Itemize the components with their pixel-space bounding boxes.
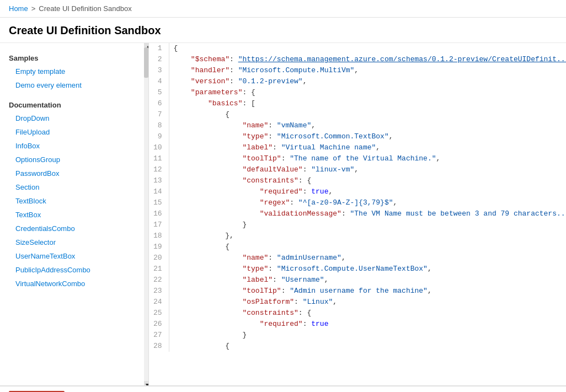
code-line-2: 2 "$schema": "https://schema.management.… [149, 54, 566, 65]
line-number: 25 [149, 308, 169, 319]
line-number: 23 [149, 286, 169, 297]
line-number: 18 [149, 230, 169, 241]
sidebar-item-infobox[interactable]: InfoBox [0, 139, 148, 153]
code-line-6: 6 "basics": [ [149, 98, 566, 109]
sidebar-item-sizeselector[interactable]: SizeSelector [0, 235, 148, 249]
sidebar-item-empty-template[interactable]: Empty template [0, 65, 148, 78]
line-content: "name": "adminUsername", [169, 253, 566, 264]
code-line-15: 15 "regex": "^[a-z0-9A-Z-]{3,79}$", [149, 197, 566, 208]
code-line-5: 5 "parameters": { [149, 87, 566, 98]
code-line-20: 20 "name": "adminUsername", [149, 253, 566, 264]
line-number: 1 [149, 43, 169, 54]
line-number: 24 [149, 297, 169, 308]
main-layout: Samples Empty template Demo every elemen… [0, 43, 566, 385]
code-line-13: 13 "constraints": { [149, 175, 566, 186]
line-number: 26 [149, 319, 169, 330]
code-line-8: 8 "name": "vmName", [149, 120, 566, 131]
sidebar-item-passwordbox[interactable]: PasswordBox [0, 167, 148, 180]
code-editor[interactable]: 1{2 "$schema": "https://schema.managemen… [149, 43, 566, 385]
sidebar-item-textbox[interactable]: TextBox [0, 208, 148, 222]
code-line-11: 11 "toolTip": "The name of the Virtual M… [149, 153, 566, 164]
line-number: 3 [149, 65, 169, 76]
bottom-bar: Preview » [0, 385, 566, 392]
sidebar-item-usernametextbox[interactable]: UserNameTextBox [0, 249, 148, 263]
sidebar-item-publicipaddresscombo[interactable]: PublicIpAddressCombo [0, 263, 148, 277]
line-content: "version": "0.1.2-preview", [169, 76, 566, 87]
line-content: "defaultValue": "linux-vm", [169, 164, 566, 175]
code-line-12: 12 "defaultValue": "linux-vm", [149, 164, 566, 175]
code-line-23: 23 "toolTip": "Admin username for the ma… [149, 286, 566, 297]
breadcrumb: Home > Create UI Definition Sandbox [0, 0, 566, 18]
code-line-16: 16 "validationMessage": "The VM Name mus… [149, 208, 566, 219]
line-number: 22 [149, 275, 169, 286]
code-line-17: 17 } [149, 219, 566, 230]
scrollbar-thumb[interactable] [144, 47, 148, 78]
line-number: 2 [149, 54, 169, 65]
sidebar-item-optionsgroup[interactable]: OptionsGroup [0, 153, 148, 167]
code-line-26: 26 "required": true [149, 319, 566, 330]
code-line-1: 1{ [149, 43, 566, 54]
line-content: "name": "vmName", [169, 120, 566, 131]
line-content: } [169, 219, 566, 230]
line-content: "basics": [ [169, 98, 566, 109]
code-line-4: 4 "version": "0.1.2-preview", [149, 76, 566, 87]
breadcrumb-home[interactable]: Home [9, 4, 28, 13]
line-number: 9 [149, 131, 169, 142]
line-content: "parameters": { [169, 87, 566, 98]
line-number: 16 [149, 208, 169, 219]
line-number: 15 [149, 197, 169, 208]
line-number: 17 [149, 219, 169, 230]
code-line-22: 22 "label": "Username", [149, 275, 566, 286]
code-line-24: 24 "osPlatform": "Linux", [149, 297, 566, 308]
line-content: { [169, 109, 566, 120]
code-line-19: 19 { [149, 241, 566, 253]
line-content: { [169, 241, 566, 253]
code-line-10: 10 "label": "Virtual Machine name", [149, 142, 566, 153]
sidebar-scrollbar[interactable]: ▲ ▼ [144, 43, 148, 385]
line-content: "constraints": { [169, 308, 566, 319]
sidebar-item-fileupload[interactable]: FileUpload [0, 125, 148, 139]
line-content: "toolTip": "Admin username for the machi… [169, 286, 566, 297]
line-number: 10 [149, 142, 169, 153]
line-number: 8 [149, 120, 169, 131]
line-content: "regex": "^[a-z0-9A-Z-]{3,79}$", [169, 197, 566, 208]
sidebar-item-dropdown[interactable]: DropDown [0, 111, 148, 125]
sidebar-item-textblock[interactable]: TextBlock [0, 194, 148, 208]
scrollbar-arrow-up[interactable]: ▲ [144, 43, 148, 47]
line-content: "$schema": "https://schema.management.az… [169, 54, 566, 65]
line-content: "required": true, [169, 186, 566, 197]
sidebar-content: Samples Empty template Demo every elemen… [0, 43, 148, 385]
line-number: 12 [149, 164, 169, 175]
sidebar-item-section[interactable]: Section [0, 180, 148, 194]
code-line-28: 28 { [149, 341, 566, 352]
line-content: "validationMessage": "The VM Name must b… [169, 208, 566, 219]
line-number: 20 [149, 253, 169, 264]
sidebar-docs-header: Documentation [0, 96, 148, 111]
line-number: 6 [149, 98, 169, 109]
line-number: 28 [149, 341, 169, 352]
line-number: 27 [149, 330, 169, 341]
line-number: 11 [149, 153, 169, 164]
sidebar-item-virtualnetworkcombo[interactable]: VirtualNetworkCombo [0, 277, 148, 291]
sidebar-item-credentialscombo[interactable]: CredentialsCombo [0, 222, 148, 235]
line-content: "type": "Microsoft.Common.TextBox", [169, 131, 566, 142]
code-line-9: 9 "type": "Microsoft.Common.TextBox", [149, 131, 566, 142]
line-content: "label": "Username", [169, 275, 566, 286]
line-content: { [169, 341, 566, 352]
sidebar-samples-header: Samples [0, 50, 148, 65]
line-content: "type": "Microsoft.Compute.UserNameTextB… [169, 264, 566, 275]
breadcrumb-current: Create UI Definition Sandbox [39, 4, 131, 13]
line-content: "osPlatform": "Linux", [169, 297, 566, 308]
sidebar-item-demo-every-element[interactable]: Demo every element [0, 78, 148, 92]
scrollbar-arrow-down[interactable]: ▼ [144, 381, 148, 385]
line-number: 7 [149, 109, 169, 120]
line-number: 21 [149, 264, 169, 275]
line-content: "required": true [169, 319, 566, 330]
code-line-21: 21 "type": "Microsoft.Compute.UserNameTe… [149, 264, 566, 275]
code-line-27: 27 } [149, 330, 566, 341]
code-line-14: 14 "required": true, [149, 186, 566, 197]
code-line-18: 18 }, [149, 230, 566, 241]
line-number: 19 [149, 241, 169, 253]
line-content: "toolTip": "The name of the Virtual Mach… [169, 153, 566, 164]
breadcrumb-separator: > [31, 4, 36, 13]
